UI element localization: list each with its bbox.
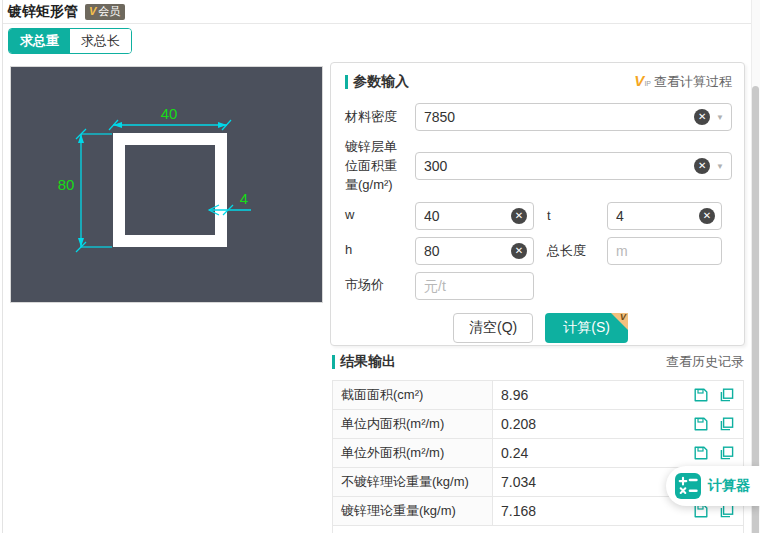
result-row-value: 7.168 (493, 503, 693, 519)
calculate-button-label: 计算(S) (563, 319, 610, 335)
t-input-wrap: ✕ (607, 202, 722, 230)
view-calculation-process-link[interactable]: V IP 查看计算过程 (634, 73, 732, 91)
results-section-title-text: 结果输出 (340, 353, 396, 371)
dim-width-label: 40 (161, 105, 178, 122)
accent-bar (332, 355, 335, 369)
accent-bar (345, 75, 348, 89)
view-calculation-process-label: 查看计算过程 (654, 73, 732, 91)
result-row-value: 0.208 (493, 416, 693, 432)
h-length-field-row: h ✕ 总长度 (345, 237, 732, 265)
calculate-button[interactable]: 计算(S) V (545, 313, 628, 343)
clear-coating-icon[interactable]: ✕ (694, 158, 710, 174)
w-input-wrap: ✕ (415, 202, 534, 230)
density-field-row: 材料密度 ✕ ▼ (345, 103, 732, 131)
page-title: 镀锌矩形管 (8, 3, 78, 21)
result-row-label: 截面面积(cm²) (333, 381, 493, 409)
save-icon[interactable] (693, 416, 709, 432)
copy-icon[interactable] (719, 387, 735, 403)
clear-density-icon[interactable]: ✕ (694, 109, 710, 125)
mode-tabs: 求总重 求总长 (8, 28, 132, 54)
price-field-row: 市场价 (345, 272, 732, 300)
result-row-label: 镀锌理论重量(kg/m) (333, 497, 493, 525)
copy-icon[interactable] (719, 445, 735, 461)
clear-h-icon[interactable]: ✕ (511, 243, 527, 259)
save-icon[interactable] (693, 445, 709, 461)
action-buttons: 清空(Q) 计算(S) V (453, 313, 732, 343)
density-label: 材料密度 (345, 108, 409, 127)
member-badge-label: 会员 (98, 5, 120, 18)
result-row-value: 8.96 (493, 387, 693, 403)
vip-icon: V (634, 73, 644, 88)
section-parameter-input: 参数输入 V IP 查看计算过程 材料密度 ✕ ▼ 镀锌层单位面积重量(g/m²… (330, 62, 745, 346)
page-left-border (2, 0, 3, 533)
table-row: 截面面积(cm²) 8.96 (333, 381, 743, 410)
param-section-title: 参数输入 (345, 73, 409, 91)
w-t-field-row: w ✕ t ✕ (345, 202, 732, 230)
save-icon[interactable] (693, 387, 709, 403)
market-price-label: 市场价 (345, 276, 409, 295)
result-row-label: 不镀锌理论重量(kg/m) (333, 468, 493, 496)
coating-input-wrap: ✕ ▼ (415, 152, 732, 180)
h-input-wrap: ✕ (415, 237, 534, 265)
tab-total-length[interactable]: 求总长 (70, 29, 131, 53)
pipe-cross-section-diagram: 40 80 4 (11, 67, 322, 302)
density-input-wrap: ✕ ▼ (415, 103, 732, 131)
tab-total-weight[interactable]: 求总重 (9, 29, 70, 53)
calculator-float-button[interactable]: 计算器 (666, 466, 760, 506)
table-row: 单位内面积(m²/m) 0.208 (333, 410, 743, 439)
total-length-input[interactable] (608, 243, 721, 259)
result-row-value: 0.24 (493, 445, 693, 461)
calculator-icon (675, 473, 701, 499)
t-input[interactable] (608, 208, 699, 224)
page-scrollbar[interactable] (751, 0, 760, 533)
param-panel-header: 参数输入 V IP 查看计算过程 (345, 73, 732, 91)
coating-label: 镀锌层单位面积重量(g/m²) (345, 138, 409, 195)
clear-w-icon[interactable]: ✕ (511, 208, 527, 224)
result-row-value: 7.034 (493, 474, 693, 490)
dim-thickness-label: 4 (240, 190, 248, 207)
market-price-input[interactable] (416, 278, 533, 294)
clear-button[interactable]: 清空(Q) (453, 313, 533, 343)
w-label: w (345, 206, 409, 225)
results-table-clipped-row (332, 526, 744, 533)
total-length-label: 总长度 (547, 242, 601, 260)
h-input[interactable] (416, 243, 511, 259)
header: 镀锌矩形管 V 会员 (8, 0, 125, 23)
market-price-input-wrap (415, 272, 534, 300)
clear-t-icon[interactable]: ✕ (699, 208, 715, 224)
calculator-float-label: 计算器 (708, 477, 750, 495)
section-diagram: 40 80 4 (10, 66, 323, 303)
t-label: t (547, 208, 601, 223)
coating-field-row: 镀锌层单位面积重量(g/m²) ✕ ▼ (345, 138, 732, 195)
total-length-input-wrap (607, 237, 722, 265)
result-row-label: 单位内面积(m²/m) (333, 410, 493, 438)
chevron-down-icon[interactable]: ▼ (716, 113, 724, 122)
result-row-actions (693, 416, 735, 432)
vip-v-icon: V (89, 5, 96, 18)
result-row-label: 单位外面积(m²/m) (333, 439, 493, 467)
table-row-partial (333, 526, 743, 533)
param-section-title-text: 参数输入 (353, 73, 409, 91)
chevron-down-icon[interactable]: ▼ (716, 162, 724, 171)
vip-icon-sub: IP (644, 80, 651, 87)
w-input[interactable] (416, 208, 511, 224)
result-row-actions (693, 445, 735, 461)
vip-ribbon-v-icon: V (620, 312, 626, 322)
dim-height-label: 80 (58, 176, 75, 193)
copy-icon[interactable] (719, 416, 735, 432)
result-row-actions (693, 387, 735, 403)
coating-input[interactable] (416, 158, 694, 174)
header-divider (3, 23, 751, 24)
results-section-title: 结果输出 (332, 353, 396, 371)
h-label: h (345, 241, 409, 260)
view-history-link[interactable]: 查看历史记录 (666, 353, 744, 371)
density-input[interactable] (416, 109, 694, 125)
section-result-output: 结果输出 查看历史记录 截面面积(cm²) 8.96 单位内面积(m²/m) 0… (332, 352, 744, 533)
member-badge: V 会员 (85, 4, 125, 20)
results-header: 结果输出 查看历史记录 (332, 352, 744, 372)
table-row: 单位外面积(m²/m) 0.24 (333, 439, 743, 468)
